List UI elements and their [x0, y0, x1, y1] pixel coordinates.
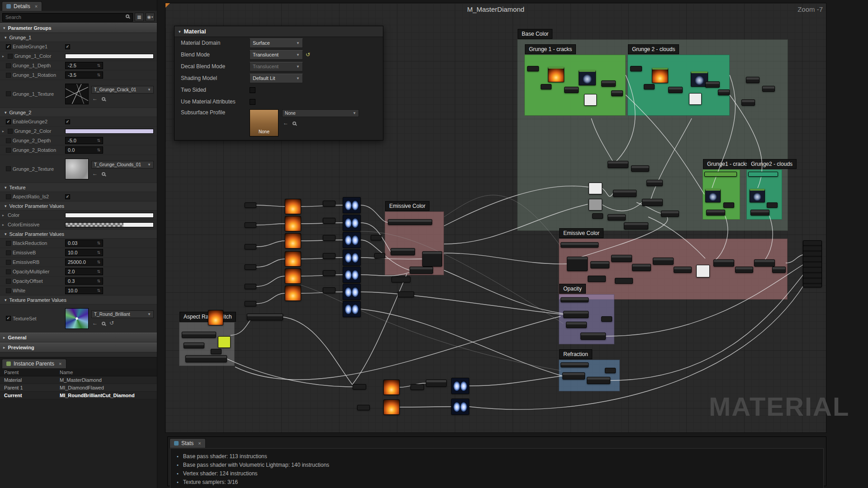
spinner-icon[interactable]: ⇅ — [97, 288, 100, 293]
graph-node-t[interactable] — [398, 291, 414, 297]
close-icon[interactable]: × — [35, 4, 38, 9]
graph-node-o[interactable] — [285, 216, 301, 231]
graph-node-n[interactable] — [184, 343, 204, 348]
reset-icon[interactable]: ↺ — [306, 52, 310, 58]
view-options-button[interactable]: ◉▾ — [146, 13, 155, 21]
color-swatch-bar[interactable] — [65, 222, 154, 227]
graph-node-n[interactable] — [561, 297, 589, 302]
graph-node-d[interactable] — [343, 232, 361, 248]
details-tab[interactable]: Details × — [2, 1, 42, 11]
graph-node-o[interactable] — [383, 399, 400, 415]
color-swatch-bar[interactable] — [65, 54, 154, 59]
scalar-input[interactable]: -3.5⇅ — [65, 71, 103, 79]
graph-node-n[interactable] — [754, 259, 775, 267]
graph-node-o[interactable] — [383, 380, 400, 395]
comment-title[interactable]: Grunge 2 - clouds — [628, 44, 679, 54]
param-checkbox[interactable] — [6, 250, 11, 255]
graph-node-go[interactable] — [548, 67, 564, 82]
graph-node-t[interactable] — [527, 66, 539, 71]
scalar-input[interactable]: -2.5⇅ — [65, 62, 103, 69]
graph-node-t[interactable] — [374, 253, 385, 258]
search-input[interactable] — [2, 13, 133, 22]
graph-node-d[interactable] — [343, 249, 361, 266]
graph-node-n[interactable] — [185, 355, 227, 362]
graph-node-n[interactable] — [613, 190, 637, 197]
comment-title[interactable]: Emissive Color — [385, 201, 429, 211]
spinner-icon[interactable]: ⇅ — [97, 260, 100, 264]
comment-title[interactable]: Emissive Color — [559, 228, 604, 238]
graph-node-n[interactable] — [646, 180, 663, 186]
section-parameter-groups[interactable]: ▾Parameter Groups — [0, 23, 157, 33]
value-checkbox[interactable]: ✓ — [65, 44, 70, 49]
close-icon[interactable]: × — [59, 361, 61, 366]
scalar-input[interactable]: 10.0⇅ — [65, 287, 103, 294]
section-texture-parameter-values[interactable]: ▾Texture Parameter Values — [0, 296, 157, 305]
section-grunge-1[interactable]: ▾Grunge_1 — [0, 33, 157, 42]
comment-title[interactable]: Grunge2 - clouds — [747, 159, 797, 169]
graph-node-d[interactable] — [343, 301, 361, 317]
graph-node-n[interactable] — [624, 222, 648, 230]
spinner-icon[interactable]: ⇅ — [97, 279, 100, 283]
graph-node-n[interactable] — [567, 257, 588, 271]
graph-node-t[interactable] — [323, 201, 335, 206]
scalar-input[interactable]: 0.0⇅ — [65, 146, 103, 154]
graph-node-n[interactable] — [590, 261, 609, 268]
graph-node-gd[interactable] — [750, 189, 765, 202]
texture-combo[interactable]: T_Round_Brilliant▼ — [91, 310, 154, 318]
graph-node-o[interactable] — [208, 310, 223, 325]
comment-title[interactable]: Opacity — [559, 284, 586, 294]
graph-node-n[interactable] — [762, 86, 775, 92]
graph-node-n[interactable] — [608, 214, 626, 221]
graph-node-n[interactable] — [410, 267, 433, 274]
graph-node-o[interactable] — [285, 268, 301, 284]
graph-node-n[interactable] — [580, 333, 606, 340]
magnifier-icon[interactable] — [292, 122, 296, 125]
graph-node-n[interactable] — [705, 81, 720, 88]
magnifier-icon[interactable] — [102, 322, 105, 325]
param-checkbox[interactable] — [6, 73, 11, 78]
color-swatch-bar[interactable] — [65, 129, 154, 134]
param-checkbox[interactable] — [6, 63, 11, 68]
scalar-input[interactable]: 25000.0⇅ — [65, 258, 103, 266]
graph-node-t[interactable] — [245, 301, 256, 306]
graph-node-t[interactable] — [357, 405, 370, 410]
graph-node-t[interactable] — [644, 84, 655, 89]
graph-node-n[interactable] — [562, 372, 585, 380]
graph-node-n[interactable] — [706, 210, 725, 216]
param-checkbox[interactable] — [6, 269, 11, 274]
graph-node-o[interactable] — [285, 199, 301, 214]
graph-node-gd[interactable] — [579, 70, 596, 85]
graph-node-t[interactable] — [588, 276, 606, 282]
graph-node-n[interactable] — [601, 80, 616, 87]
graph-node-n[interactable] — [735, 267, 753, 273]
back-arrow-icon[interactable]: ← — [283, 120, 288, 126]
graph-node-n[interactable] — [611, 90, 623, 96]
back-arrow-icon[interactable]: ← — [92, 170, 98, 177]
graph-node-n[interactable] — [247, 314, 283, 320]
checkbox-two-sided[interactable] — [250, 87, 255, 93]
back-arrow-icon[interactable]: ← — [92, 95, 98, 102]
spinner-icon[interactable]: ⇅ — [97, 138, 100, 143]
graph-node-go[interactable] — [652, 68, 668, 83]
graph-node-g[interactable] — [589, 199, 602, 211]
graph-node-t[interactable] — [323, 287, 335, 293]
value-checkbox[interactable]: ✓ — [65, 194, 70, 199]
expander-icon[interactable]: ▸ — [2, 54, 6, 58]
spinner-icon[interactable]: ⇅ — [97, 250, 100, 255]
graph-node-o[interactable] — [285, 233, 301, 249]
graph-node-n[interactable] — [422, 251, 442, 267]
param-checkbox[interactable]: ✓ — [6, 316, 11, 321]
graph-node-n[interactable] — [668, 87, 683, 93]
graph-node-t[interactable] — [245, 244, 256, 249]
scalar-input[interactable]: 10.0⇅ — [65, 249, 103, 256]
graph-node-t[interactable] — [323, 218, 335, 224]
graph-node-o[interactable] — [285, 286, 301, 301]
instance-parent-row[interactable]: CurrentMI_RoundBrilliantCut_Diamond — [0, 392, 157, 399]
graph-node-t[interactable] — [245, 202, 256, 208]
graph-node-o[interactable] — [285, 251, 301, 267]
graph-node-t[interactable] — [245, 284, 256, 289]
graph-node-t[interactable] — [767, 202, 778, 208]
graph-node-t[interactable] — [630, 66, 642, 71]
column-header-name[interactable]: Name — [58, 370, 157, 375]
texture-thumbnail-t-grunge-clounds-01[interactable] — [65, 159, 89, 179]
